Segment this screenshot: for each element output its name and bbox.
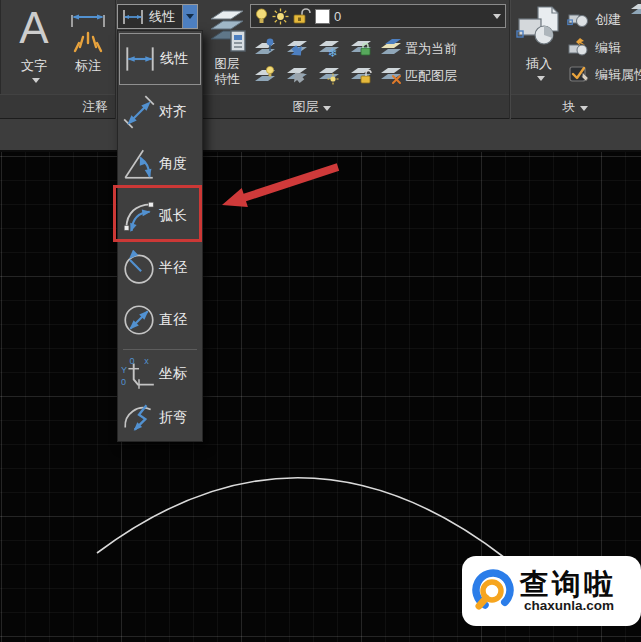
chevron-down-icon [186, 14, 194, 19]
watermark-badge: 查询啦 chaxunla.com [462, 556, 641, 626]
chevron-down-icon [32, 78, 40, 83]
linear-dimension-split-button[interactable]: 线性 [117, 4, 198, 29]
menu-item-label: 半径 [159, 259, 187, 277]
chevron-down-icon [493, 14, 501, 19]
chevron-down-icon [537, 76, 545, 81]
edit-block-icon[interactable] [567, 37, 589, 57]
watermark-text: 查询啦 chaxunla.com [520, 569, 616, 613]
menu-item-ordinate[interactable]: 0 x Y 0 坐标 [119, 353, 201, 395]
aligned-dimension-icon [119, 94, 159, 130]
chevron-down-icon [323, 106, 331, 111]
edit-attributes-icon[interactable] [569, 64, 589, 84]
menu-item-aligned[interactable]: 对齐 [119, 86, 201, 138]
menu-item-label: 对齐 [159, 103, 187, 121]
menu-item-radius[interactable]: 半径 [119, 242, 201, 294]
layer-properties-label: 图层特性 [210, 57, 244, 87]
highlight-box [113, 185, 202, 242]
text-a-icon: A [12, 3, 56, 55]
autocad-window: A 文字 标注 [0, 0, 641, 642]
text-button[interactable]: A 文字 [9, 3, 59, 83]
svg-text:0: 0 [121, 377, 126, 387]
insert-block-button[interactable]: 插入 [515, 3, 563, 81]
panel-separator [509, 0, 510, 119]
chevron-down-icon [580, 106, 588, 111]
layer-isolate-icon[interactable] [285, 36, 309, 58]
set-current-button[interactable]: 置为当前 [405, 40, 457, 58]
menu-item-angular[interactable]: 角度 [119, 138, 201, 190]
layer-thaw-sun-icon [272, 8, 289, 25]
insert-block-label: 插入 [526, 55, 552, 73]
svg-text:0: 0 [129, 356, 134, 366]
edit-block-button[interactable]: 编辑 [595, 39, 621, 57]
layer-lock-icon[interactable] [349, 36, 373, 58]
dimension-button-label: 标注 [75, 57, 101, 75]
annotate-panel-label: 注释 [0, 95, 108, 118]
layer-unlock-row-icon[interactable] [349, 63, 373, 85]
menu-item-label: 折弯 [159, 409, 187, 427]
create-block-icon[interactable] [567, 9, 589, 29]
linear-dimension-icon [120, 41, 160, 77]
clipped-panel-icon [631, 1, 641, 15]
watermark-title: 查询啦 [520, 569, 616, 599]
insert-block-icon [516, 3, 562, 53]
layer-thaw-icon[interactable] [317, 63, 341, 85]
svg-text:Y: Y [121, 365, 127, 375]
linear-dimension-icon [120, 8, 146, 26]
dimension-icon [67, 3, 109, 55]
layer-set-current-icon[interactable] [379, 36, 403, 58]
layer-on-bulb-icon [255, 8, 268, 25]
menu-item-diameter[interactable]: 直径 [119, 294, 201, 346]
svg-text:❄: ❄ [328, 46, 338, 58]
layer-on-icon[interactable] [253, 63, 277, 85]
ordinate-dimension-icon: 0 x Y 0 [119, 356, 159, 392]
layer-color-swatch [315, 9, 330, 24]
angular-dimension-icon [119, 146, 159, 182]
ribbon-lower-band [0, 119, 641, 152]
ribbon: A 文字 标注 [0, 0, 641, 94]
panel-separator [115, 0, 116, 119]
layer-off-icon[interactable] [253, 36, 277, 58]
watermark-domain: chaxunla.com [524, 599, 616, 613]
menu-item-label: 角度 [159, 155, 187, 173]
linear-dimension-main[interactable]: 线性 [118, 5, 182, 28]
menu-item-jogged[interactable]: 折弯 [119, 397, 201, 439]
layer-properties-icon [207, 3, 247, 55]
svg-text:A: A [19, 3, 49, 52]
menu-item-label: 直径 [159, 311, 187, 329]
linear-button-label: 线性 [149, 8, 175, 26]
layer-select[interactable]: 0 [250, 4, 506, 28]
menu-item-linear[interactable]: 线性 [119, 33, 201, 85]
layer-unisolate-icon[interactable] [285, 63, 309, 85]
diameter-dimension-icon [119, 302, 159, 338]
chaxunla-logo-icon [469, 567, 517, 615]
linear-dropdown-arrow[interactable] [182, 5, 197, 28]
menu-separator [123, 349, 197, 350]
text-button-label: 文字 [21, 57, 47, 75]
create-block-button[interactable]: 创建 [595, 11, 621, 29]
block-panel-label[interactable]: 块 [509, 95, 641, 118]
radius-dimension-icon [119, 250, 159, 286]
dimension-button[interactable]: 标注 [63, 3, 113, 75]
panel-label-row: 注释 图层 块 [0, 94, 641, 119]
jogged-dimension-icon [119, 400, 159, 436]
layer-properties-button[interactable]: 图层特性 [204, 3, 250, 87]
current-layer-name: 0 [334, 9, 485, 24]
edit-attributes-button[interactable]: 编辑属性 [595, 66, 641, 84]
layer-unlock-icon [293, 8, 311, 25]
menu-item-label: 坐标 [159, 365, 187, 383]
match-layer-button[interactable]: 匹配图层 [405, 67, 457, 85]
layer-match-icon[interactable] [379, 63, 403, 85]
menu-item-label: 线性 [160, 50, 188, 68]
layer-freeze-icon[interactable]: ❄ [317, 36, 341, 58]
svg-text:x: x [144, 356, 149, 366]
